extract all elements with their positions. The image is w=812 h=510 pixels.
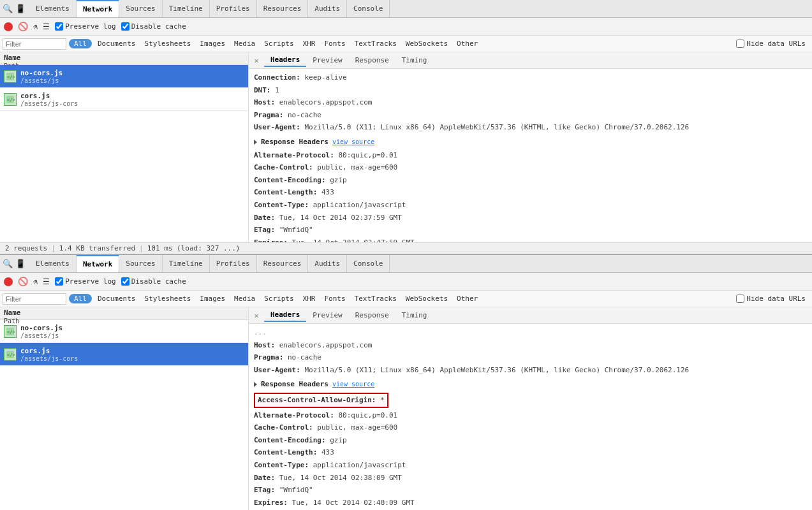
bottom-mobile-icon[interactable]: 📱: [15, 259, 26, 268]
view-source-link[interactable]: view source: [332, 137, 374, 147]
file-item-cors[interactable]: </> cors.js /assets/js-cors: [0, 88, 248, 111]
status-requests: 2 requests: [5, 244, 47, 252]
bottom-filter-xhr[interactable]: XHR: [300, 295, 319, 303]
preserve-log-label[interactable]: Preserve log: [55, 22, 115, 31]
bottom-req-header-host: Host: enablecors.appspot.com: [254, 339, 807, 352]
bottom-disable-cache-label[interactable]: Disable cache: [121, 277, 186, 286]
filter-documents[interactable]: Documents: [94, 40, 139, 48]
filter-icon[interactable]: ⚗: [33, 22, 38, 31]
record-icon[interactable]: [4, 22, 13, 31]
bottom-tab-audits[interactable]: Audits: [308, 255, 347, 272]
bottom-detail-close-button[interactable]: ✕: [251, 310, 262, 321]
filter-other[interactable]: Other: [454, 40, 481, 48]
filter-xhr[interactable]: XHR: [300, 40, 319, 48]
bottom-tab-sources[interactable]: Sources: [119, 255, 162, 272]
bottom-file-list-items: </> no-cors.js /assets/js </> cors.js /a…: [0, 320, 248, 510]
bottom-preserve-log-label[interactable]: Preserve log: [55, 277, 115, 286]
resp-header-content-encoding: Content-Encoding: gzip: [254, 174, 807, 187]
bottom-preserve-log-text: Preserve log: [65, 277, 115, 286]
search-icon[interactable]: 🔍: [3, 4, 13, 13]
bottom-tab-profiles[interactable]: Profiles: [210, 255, 257, 272]
disable-cache-label[interactable]: Disable cache: [121, 22, 186, 31]
bottom-hide-data-urls-checkbox[interactable]: [736, 295, 744, 303]
detail-tab-response[interactable]: Response: [349, 54, 395, 66]
tab-sources[interactable]: Sources: [119, 0, 162, 17]
detail-tab-headers[interactable]: Headers: [264, 54, 306, 67]
tab-console[interactable]: Console: [347, 0, 390, 17]
response-headers-section: Response Headers view source: [254, 136, 807, 148]
top-toolbar: 🚫 ⚗ ☰ Preserve log Disable cache: [0, 18, 812, 36]
bottom-filter-other[interactable]: Other: [454, 295, 481, 303]
filter-fonts[interactable]: Fonts: [321, 40, 348, 48]
tab-audits[interactable]: Audits: [308, 0, 347, 17]
bottom-filter-media[interactable]: Media: [231, 295, 258, 303]
hide-data-urls-text: Hide data URLs: [746, 40, 806, 48]
filter-input[interactable]: [3, 38, 66, 50]
bottom-filter-icon[interactable]: ⚗: [33, 277, 38, 286]
bottom-list-icon[interactable]: ☰: [43, 277, 50, 286]
bottom-clear-icon[interactable]: 🚫: [18, 277, 28, 286]
bottom-file-info-no-cors: no-cors.js /assets/js: [20, 324, 63, 339]
mobile-icon[interactable]: 📱: [15, 4, 26, 13]
bottom-search-icon[interactable]: 🔍: [3, 259, 13, 268]
bottom-file-item-cors[interactable]: </> cors.js /assets/js-cors: [0, 343, 248, 366]
preserve-log-checkbox[interactable]: [55, 22, 63, 31]
tab-network[interactable]: Network: [77, 0, 119, 17]
svg-text:</>: </>: [7, 98, 15, 103]
detail-tab-timing[interactable]: Timing: [395, 54, 434, 66]
detail-tab-preview[interactable]: Preview: [306, 54, 348, 66]
bottom-detail-tab-response[interactable]: Response: [349, 309, 395, 321]
disable-cache-checkbox[interactable]: [121, 22, 129, 31]
filter-texttracks[interactable]: TextTracks: [351, 40, 400, 48]
file-list-items: </> no-cors.js /assets/js </> cors.js /a…: [0, 65, 248, 242]
hide-data-urls-label[interactable]: Hide data URLs: [736, 40, 809, 48]
bottom-detail-tab-timing[interactable]: Timing: [395, 309, 434, 321]
tab-timeline[interactable]: Timeline: [163, 0, 210, 17]
detail-close-button[interactable]: ✕: [251, 55, 262, 66]
bottom-filter-documents[interactable]: Documents: [94, 295, 139, 303]
tab-resources[interactable]: Resources: [257, 0, 309, 17]
devtools-panel-bottom: 🔍 📱 Elements Network Sources Timeline Pr…: [0, 255, 812, 510]
filter-stylesheets[interactable]: Stylesheets: [141, 40, 194, 48]
top-detail-panel: ✕ Headers Preview Response Timing Connec…: [249, 52, 812, 242]
bottom-tab-timeline[interactable]: Timeline: [163, 255, 210, 272]
bottom-filter-texttracks[interactable]: TextTracks: [351, 295, 400, 303]
hide-data-urls-checkbox[interactable]: [736, 40, 744, 48]
clear-icon[interactable]: 🚫: [18, 22, 28, 31]
bottom-tab-network[interactable]: Network: [77, 255, 119, 272]
bottom-filter-images[interactable]: Images: [196, 295, 228, 303]
filter-all-button[interactable]: All: [69, 39, 92, 48]
filter-media[interactable]: Media: [231, 40, 258, 48]
bottom-filter-all-button[interactable]: All: [69, 294, 92, 303]
bottom-tab-console[interactable]: Console: [347, 255, 390, 272]
filter-images[interactable]: Images: [196, 40, 228, 48]
bottom-detail-tab-headers[interactable]: Headers: [264, 309, 306, 322]
bottom-record-icon[interactable]: [4, 277, 13, 286]
bottom-filter-stylesheets[interactable]: Stylesheets: [141, 295, 194, 303]
bottom-filter-scripts[interactable]: Scripts: [261, 295, 297, 303]
tab-elements[interactable]: Elements: [29, 0, 77, 17]
bottom-tab-resources[interactable]: Resources: [257, 255, 309, 272]
tab-profiles[interactable]: Profiles: [210, 0, 257, 17]
bottom-tab-elements[interactable]: Elements: [29, 255, 77, 272]
bottom-file-item-no-cors[interactable]: </> no-cors.js /assets/js: [0, 320, 248, 343]
bottom-filter-input[interactable]: [3, 293, 66, 305]
list-icon[interactable]: ☰: [43, 22, 50, 31]
resp-header-alt-proto: Alternate-Protocol: 80:quic,p=0.01: [254, 149, 807, 162]
bottom-hide-data-urls-label[interactable]: Hide data URLs: [736, 295, 809, 303]
bottom-file-path-cors: /assets/js-cors: [20, 355, 78, 362]
bottom-preserve-log-checkbox[interactable]: [55, 277, 63, 286]
bottom-disable-cache-checkbox[interactable]: [121, 277, 129, 286]
bottom-file-icon-cors: </>: [4, 348, 17, 361]
bottom-file-path-no-cors: /assets/js: [20, 332, 63, 339]
file-name-cors: cors.js: [20, 92, 78, 100]
bottom-view-source-link[interactable]: view source: [332, 379, 374, 390]
bottom-filter-websockets[interactable]: WebSockets: [402, 295, 451, 303]
filter-scripts[interactable]: Scripts: [261, 40, 297, 48]
filter-websockets[interactable]: WebSockets: [402, 40, 451, 48]
bottom-resp-header-expires: Expires: Tue, 14 Oct 2014 02:48:09 GMT: [254, 497, 807, 509]
file-item-no-cors[interactable]: </> no-cors.js /assets/js: [0, 65, 248, 88]
bottom-tab-bar: 🔍 📱 Elements Network Sources Timeline Pr…: [0, 255, 812, 273]
bottom-detail-tab-preview[interactable]: Preview: [306, 309, 348, 321]
bottom-filter-fonts[interactable]: Fonts: [321, 295, 348, 303]
